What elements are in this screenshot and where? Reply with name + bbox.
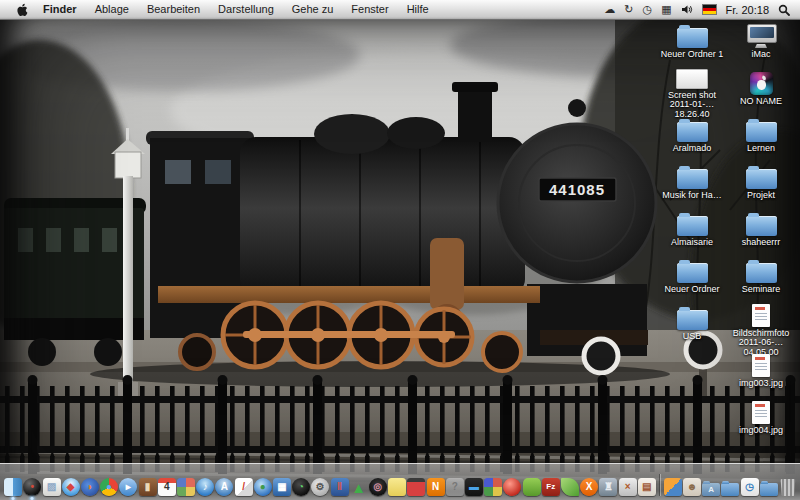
menu-fenster[interactable]: Fenster <box>342 3 397 15</box>
clock-doc-icon[interactable]: ◷ <box>740 472 758 496</box>
aperture-icon[interactable]: ◎ <box>369 472 387 496</box>
downloads-folder-icon[interactable] <box>760 472 778 496</box>
folder-icon <box>677 216 708 236</box>
stickies-icon[interactable] <box>388 472 406 496</box>
faint-app-icon[interactable]: ? <box>446 472 464 496</box>
preview-icon[interactable]: ▨ <box>42 472 60 496</box>
desktop-icon-img003-jpg[interactable]: img003.jpg <box>728 350 794 397</box>
filezilla-icon[interactable]: Fz <box>542 472 560 496</box>
red-marker-icon[interactable] <box>407 472 425 496</box>
firefox-icon[interactable]: ◗ <box>81 472 99 496</box>
spotlight-icon[interactable] <box>778 4 790 16</box>
menu-clock[interactable]: Fr. 20:18 <box>726 4 769 16</box>
dock: •▨◆◗●▸▮4♪A/●▦◔⚙‖▲◎N?▬FzX♜×▤☻A◷ <box>0 463 800 500</box>
green-pyramid-icon-glyph: ▲ <box>351 480 366 495</box>
xampp-icon-glyph: X <box>586 482 593 492</box>
desktop-icon-no-name[interactable]: NO NAME <box>728 68 794 115</box>
orange-blue-app-icon[interactable] <box>664 472 682 496</box>
desktop-icon-label: Aralmado <box>673 144 712 153</box>
desktop-icon-aralmado[interactable]: Aralmado <box>659 115 725 162</box>
mosaic-game-icon[interactable] <box>484 472 502 496</box>
desktop-icon-musik-for-ha[interactable]: Musik for Ha… <box>659 162 725 209</box>
desktop-icon-usb[interactable]: USB <box>659 303 725 350</box>
desktop-icon-label: Neuer Ordner <box>664 285 719 294</box>
volume-icon[interactable] <box>681 4 693 15</box>
chrome-icon[interactable]: ● <box>100 472 118 496</box>
finder-icon[interactable] <box>4 472 22 496</box>
sync-icon[interactable]: ↻ <box>624 0 633 19</box>
itunes-icon[interactable]: ♪ <box>196 472 214 496</box>
building-app-icon[interactable]: ▤ <box>638 472 656 496</box>
green-leaf-icon[interactable] <box>561 472 579 496</box>
google-earth-icon[interactable]: ● <box>254 472 272 496</box>
desktop-icon-img004-jpg[interactable]: img004.jpg <box>728 397 794 444</box>
white-red-app-icon[interactable]: / <box>234 472 252 496</box>
folder-icon <box>746 263 777 283</box>
desktop-icon-imac[interactable]: iMac <box>728 21 794 68</box>
desktop-icon-screen-shot[interactable]: Screen shot2011-01-…18.26.40 <box>659 68 725 115</box>
desktop-icon-label: NO NAME <box>740 97 782 106</box>
menu-bar: FinderAblageBearbeitenDarstellungGehe zu… <box>0 0 800 20</box>
ichat-icon[interactable]: ▸ <box>119 472 137 496</box>
dock-divider <box>657 472 663 496</box>
orange-n-icon[interactable]: N <box>426 472 444 496</box>
orange-n-icon-glyph: N <box>432 482 439 492</box>
address-book-icon[interactable]: ▮ <box>138 472 156 496</box>
desktop-icon-lernen[interactable]: Lernen <box>728 115 794 162</box>
ical-icon[interactable]: 4 <box>158 472 176 496</box>
safari-icon[interactable]: ◆ <box>62 472 80 496</box>
menu-hilfe[interactable]: Hilfe <box>398 3 438 15</box>
blue-photo-icon[interactable]: ‖ <box>330 472 348 496</box>
blue-screen-icon[interactable]: ▬ <box>465 472 483 496</box>
app-store-icon[interactable]: A <box>215 472 233 496</box>
desktop-icon-projekt[interactable]: Projekt <box>728 162 794 209</box>
desktop-icon-label: Seminare <box>742 285 781 294</box>
apple-menu-icon[interactable] <box>10 3 34 17</box>
dark-lens-icon-glyph: • <box>31 482 35 492</box>
menu-finder[interactable]: Finder <box>34 3 86 15</box>
photos-icon[interactable] <box>177 472 195 496</box>
keyboard-flag-de-icon[interactable] <box>702 4 717 15</box>
menu-ablage[interactable]: Ablage <box>86 3 138 15</box>
desktop-icon-label: img003.jpg <box>739 379 783 388</box>
applications-stack-icon[interactable]: A <box>702 472 720 496</box>
person-app-icon[interactable]: ☻ <box>683 472 701 496</box>
desktop-icon-shaheerrr[interactable]: shaheerrr <box>728 209 794 256</box>
blue-grid-icon[interactable]: ▦ <box>273 472 291 496</box>
green-pyramid-icon[interactable]: ▲ <box>350 472 368 496</box>
folder-icon <box>677 169 708 189</box>
faint-app-icon-glyph: ? <box>452 482 458 492</box>
desktop-icon-label: USB <box>683 332 702 341</box>
clock-icon[interactable]: ◷ <box>643 0 653 19</box>
folder-icon <box>677 122 708 142</box>
cloud-icon[interactable]: ☁ <box>604 0 615 19</box>
documents-stack-icon[interactable] <box>721 472 739 496</box>
chrome-icon-glyph: ● <box>106 482 112 492</box>
spaces-icon[interactable]: ▦ <box>661 0 671 19</box>
status-icons: ☁↻◷▦ <box>604 0 716 19</box>
menu-darstellung[interactable]: Darstellung <box>209 3 283 15</box>
menu-gehe-zu[interactable]: Gehe zu <box>283 3 343 15</box>
desktop-icon-bildschirmfoto[interactable]: Bildschirmfoto2011-06-…04.05.00 <box>728 303 794 350</box>
desktop-icon-almaisarie[interactable]: Almaisarie <box>659 209 725 256</box>
desktop-icon-neuer-ordner[interactable]: Neuer Ordner <box>659 256 725 303</box>
desktop-icon-neuer-ordner-1[interactable]: Neuer Ordner 1 <box>659 21 725 68</box>
blue-grid-icon-glyph: ▦ <box>277 482 286 492</box>
document-icon <box>752 401 770 424</box>
castle-app-icon[interactable]: ♜ <box>599 472 617 496</box>
dark-lens-icon[interactable]: • <box>23 472 41 496</box>
dark-green-dial-icon[interactable]: ◔ <box>292 472 310 496</box>
trash-icon[interactable] <box>779 472 797 496</box>
red-sphere-icon[interactable] <box>503 472 521 496</box>
tools-app-icon-glyph: × <box>625 482 631 492</box>
desktop-icon-seminare[interactable]: Seminare <box>728 256 794 303</box>
desktop-icon-label: iMac <box>751 50 770 59</box>
document-icon <box>752 354 770 377</box>
blue-photo-icon-glyph: ‖ <box>337 482 342 492</box>
xampp-icon[interactable]: X <box>580 472 598 496</box>
folder-icon <box>677 28 708 48</box>
green-creature-icon[interactable] <box>522 472 540 496</box>
tools-app-icon[interactable]: × <box>619 472 637 496</box>
menu-bearbeiten[interactable]: Bearbeiten <box>138 3 209 15</box>
gear-app-icon[interactable]: ⚙ <box>311 472 329 496</box>
